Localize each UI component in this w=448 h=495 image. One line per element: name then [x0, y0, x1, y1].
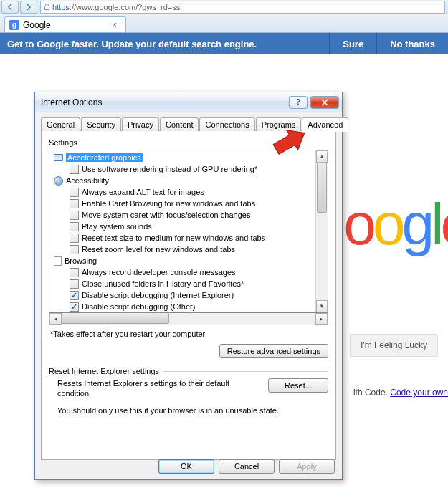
tree-item-label: Play system sounds	[82, 222, 152, 231]
tree-item[interactable]: Always record developer console messages	[49, 266, 315, 278]
dialog-tab-content[interactable]: Content	[160, 117, 199, 131]
tree-item-label: Disable script debugging (Other)	[82, 302, 195, 311]
browser-toolbar: https://www.google.com/?gws_rd=ssl	[0, 0, 448, 14]
checkbox[interactable]	[70, 165, 79, 174]
tree-item[interactable]: Disable script debugging (Internet Explo…	[49, 289, 315, 301]
scroll-left-icon[interactable]: ◄	[49, 313, 62, 325]
advanced-panel: Settings Accelerated graphicsUse softwar…	[41, 130, 336, 460]
tree-item[interactable]: Move system caret with focus/selection c…	[49, 209, 315, 221]
dialog-tab-general[interactable]: General	[41, 117, 80, 131]
reset-button[interactable]: Reset...	[268, 378, 328, 393]
dialog-titlebar[interactable]: Internet Options ?	[35, 92, 342, 112]
tree-item-label: Close unused folders in History and Favo…	[82, 279, 244, 288]
dialog-footer: OK Cancel Apply	[158, 459, 335, 474]
url-path: ://www.google.com/?gws_rd=ssl	[70, 3, 182, 11]
dialog-title: Internet Options	[41, 97, 289, 107]
google-favicon: g	[9, 20, 19, 30]
cancel-button[interactable]: Cancel	[219, 459, 275, 474]
tree-item[interactable]: Enable Caret Browsing for new windows an…	[49, 198, 315, 209]
page-icon	[54, 256, 62, 266]
tree-item[interactable]: Reset zoom level for new windows and tab…	[49, 244, 315, 255]
reset-warning: You should only use this if your browser…	[57, 406, 328, 415]
info-bar-text: Get to Google faster. Update your defaul…	[0, 39, 329, 49]
browser-tab-google[interactable]: g Google ×	[4, 16, 126, 32]
checkbox[interactable]	[70, 188, 79, 197]
horizontal-scrollbar[interactable]: ◄ ►	[49, 313, 328, 325]
feeling-lucky-button[interactable]: I'm Feeling Lucky	[350, 334, 438, 357]
monitor-icon	[54, 154, 63, 161]
reset-group-label: Reset Internet Explorer settings	[49, 367, 328, 375]
hscroll-thumb[interactable]	[62, 314, 169, 324]
tree-category-label: Browsing	[65, 256, 97, 265]
tree-item-label: Enable Caret Browsing for new windows an…	[82, 199, 255, 208]
globe-icon	[54, 176, 63, 186]
tree-item[interactable]: Reset text size to medium for new window…	[49, 232, 315, 244]
checkbox[interactable]	[70, 199, 79, 208]
tree-item[interactable]: Always expand ALT text for images	[49, 186, 315, 198]
settings-tree[interactable]: Accelerated graphicsUse software renderi…	[49, 150, 328, 313]
dialog-tab-privacy[interactable]: Privacy	[122, 117, 159, 131]
restart-note: *Takes effect after you restart your com…	[50, 330, 328, 338]
tree-item[interactable]: Use software rendering instead of GPU re…	[49, 163, 315, 175]
restore-advanced-button[interactable]: Restore advanced settings	[219, 344, 328, 358]
lock-icon	[43, 3, 51, 11]
vertical-scrollbar[interactable]: ▲ ▼	[315, 150, 328, 312]
checkbox[interactable]	[70, 291, 79, 300]
info-bar: Get to Google faster. Update your defaul…	[0, 33, 448, 54]
scroll-thumb[interactable]	[317, 163, 327, 213]
scroll-up-icon[interactable]: ▲	[316, 150, 328, 163]
ok-button[interactable]: OK	[158, 459, 214, 474]
tab-close-icon[interactable]: ×	[112, 20, 121, 29]
dialog-tabstrip: GeneralSecurityPrivacyContentConnections…	[41, 117, 336, 130]
reset-description: Resets Internet Explorer's settings to t…	[57, 378, 262, 399]
scroll-down-icon[interactable]: ▼	[316, 300, 328, 312]
address-bar[interactable]: https://www.google.com/?gws_rd=ssl	[40, 1, 445, 14]
tree-category[interactable]: Accelerated graphics	[49, 152, 315, 163]
code-promo: ith Code. Code your own	[353, 388, 448, 398]
info-bar-nothanks-button[interactable]: No thanks	[376, 33, 448, 54]
tree-item-label: Use software rendering instead of GPU re…	[82, 165, 257, 173]
dialog-tab-security[interactable]: Security	[81, 117, 121, 131]
dialog-tab-programs[interactable]: Programs	[256, 117, 302, 131]
tree-category[interactable]: Browsing	[49, 255, 315, 266]
internet-options-dialog: Internet Options ? GeneralSecurityPrivac…	[34, 92, 343, 480]
checkbox[interactable]	[70, 268, 79, 277]
tree-item[interactable]: Disable script debugging (Other)	[49, 301, 315, 312]
tree-item-label: Reset zoom level for new windows and tab…	[82, 245, 235, 254]
dialog-close-button[interactable]	[310, 96, 339, 109]
dialog-help-button[interactable]: ?	[289, 96, 308, 109]
checkbox[interactable]	[70, 222, 79, 231]
checkbox[interactable]	[70, 245, 79, 254]
tree-item-label: Move system caret with focus/selection c…	[82, 211, 250, 219]
tree-item[interactable]: Play system sounds	[49, 221, 315, 232]
tree-item[interactable]: Close unused folders in History and Favo…	[49, 278, 315, 289]
dialog-tab-connections[interactable]: Connections	[199, 117, 254, 131]
tree-category-label: Accessibility	[66, 176, 109, 185]
checkbox[interactable]	[70, 234, 79, 243]
tree-category[interactable]: Accessibility	[49, 175, 315, 186]
tree-item-label: Disable script debugging (Internet Explo…	[82, 291, 234, 299]
tree-item-label: Always record developer console messages	[82, 268, 236, 277]
code-your-own-link[interactable]: Code your own	[390, 388, 448, 398]
apply-button[interactable]: Apply	[279, 459, 335, 474]
checkbox[interactable]	[70, 302, 79, 312]
checkbox[interactable]	[70, 211, 79, 220]
url-scheme: https	[52, 3, 70, 11]
tree-category-label: Accelerated graphics	[66, 153, 143, 162]
tab-strip: g Google ×	[0, 14, 448, 33]
checkbox[interactable]	[70, 279, 79, 289]
svg-rect-0	[44, 6, 49, 10]
scroll-right-icon[interactable]: ►	[315, 313, 328, 325]
info-bar-sure-button[interactable]: Sure	[329, 33, 376, 54]
google-logo: oogle	[343, 191, 448, 258]
tree-item-label: Reset text size to medium for new window…	[82, 234, 265, 242]
dialog-tab-advanced[interactable]: Advanced	[302, 117, 348, 132]
tab-title: Google	[23, 20, 51, 30]
tree-item-label: Always expand ALT text for images	[82, 188, 204, 196]
back-button[interactable]	[1, 1, 19, 14]
forward-button[interactable]	[20, 1, 37, 14]
settings-group-label: Settings	[49, 138, 328, 147]
